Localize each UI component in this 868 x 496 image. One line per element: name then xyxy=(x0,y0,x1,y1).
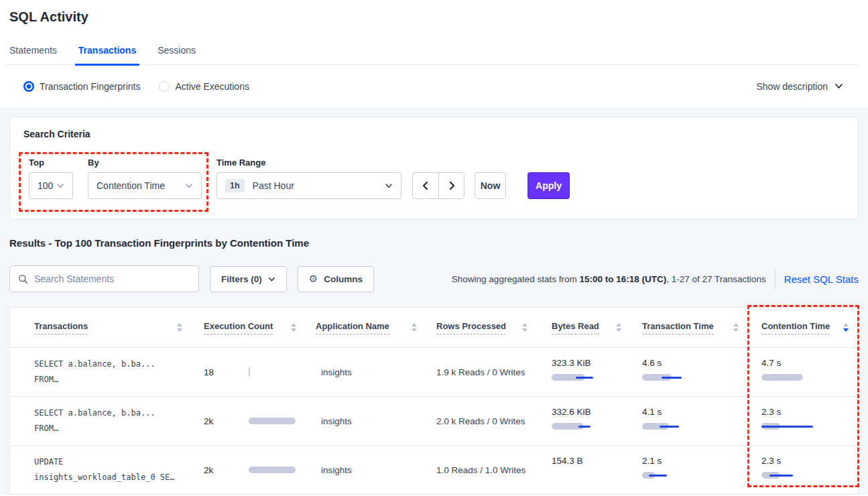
bytes-read-cell: 154.3 B xyxy=(537,446,631,479)
stats-suffix: , 1-27 of 27 Transactions xyxy=(666,274,766,284)
tab-bar: Statements Transactions Sessions xyxy=(6,40,859,65)
transaction-fingerprint-link[interactable]: SELECT a.balance, b.ba... FROM… xyxy=(10,357,192,387)
sql-line: UPDATE xyxy=(34,454,192,470)
application-name-cell: insights xyxy=(306,416,426,426)
aggregated-stats-text: Showing aggregated stats from 15:00 to 1… xyxy=(452,274,766,284)
application-name-cell: insights xyxy=(306,465,426,475)
filters-button[interactable]: Filters (0) xyxy=(210,266,287,292)
radio-label: Transaction Fingerprints xyxy=(40,81,140,92)
radio-label: Active Executions xyxy=(175,81,249,92)
col-header-rows-processed[interactable]: Rows Processed xyxy=(426,321,537,334)
gear-icon: ⚙ xyxy=(309,274,318,284)
sort-icon[interactable] xyxy=(291,323,296,332)
sql-line: FROM… xyxy=(34,372,192,387)
now-button[interactable]: Now xyxy=(475,172,506,199)
transaction-time-bar xyxy=(642,422,709,430)
table-row: UPDATE insights_workload_table_0 SE… 2k … xyxy=(10,446,858,495)
stats-time-range: 15:00 to 16:18 (UTC) xyxy=(579,274,666,284)
sort-icon[interactable] xyxy=(177,323,182,332)
rows-processed-cell: 1.9 k Reads / 0 Writes xyxy=(426,367,537,377)
transactions-table: Transactions Execution Count Application… xyxy=(9,307,859,495)
time-range-pager xyxy=(412,172,464,199)
col-header-label[interactable]: Transaction Time xyxy=(642,321,714,334)
transaction-fingerprint-link[interactable]: SELECT a.balance, b.ba... FROM… xyxy=(10,406,192,436)
transaction-fingerprint-link[interactable]: UPDATE insights_workload_table_0 SE… xyxy=(10,454,192,485)
transaction-time-value: 4.1 s xyxy=(642,407,748,417)
bytes-read-cell: 323.3 KiB xyxy=(537,348,631,381)
rows-processed-cell: 1.0 Reads / 1.0 Writes xyxy=(426,465,537,475)
sort-icon-active-desc[interactable] xyxy=(843,323,849,332)
top-select-value: 100 xyxy=(38,180,56,191)
bytes-read-bar xyxy=(552,471,619,479)
execution-count-cell: 18 xyxy=(192,367,306,377)
rows-processed-cell: 2.0 k Reads / 0 Writes xyxy=(426,416,537,426)
contention-time-value: 4.7 s xyxy=(761,358,858,368)
col-header-label[interactable]: Application Name xyxy=(316,321,389,334)
filters-label: Filters (0) xyxy=(221,274,262,284)
radio-selected-icon xyxy=(23,81,34,92)
reset-sql-stats-link[interactable]: Reset SQL Stats xyxy=(784,273,859,285)
col-header-label[interactable]: Rows Processed xyxy=(436,321,506,334)
tab-transactions[interactable]: Transactions xyxy=(75,40,139,66)
table-row: SELECT a.balance, b.ba... FROM… 18 insig… xyxy=(10,348,858,397)
top-select[interactable]: 100 xyxy=(29,172,73,199)
chevron-down-icon xyxy=(56,182,64,190)
col-header-transactions[interactable]: Transactions xyxy=(10,321,192,334)
previous-time-button[interactable] xyxy=(413,173,438,198)
chevron-down-icon xyxy=(385,182,393,190)
bytes-read-value: 323.3 KiB xyxy=(552,358,631,368)
results-toolbar: Filters (0) ⚙ Columns Showing aggregated… xyxy=(9,265,859,292)
columns-button[interactable]: ⚙ Columns xyxy=(298,266,374,292)
time-range-select[interactable]: 1h Past Hour xyxy=(216,172,401,199)
execution-count-bar xyxy=(249,368,306,376)
time-range-value: Past Hour xyxy=(253,180,385,191)
col-header-transaction-time[interactable]: Transaction Time xyxy=(631,321,748,334)
col-header-label[interactable]: Bytes Read xyxy=(552,321,599,334)
time-range-label: Time Range xyxy=(216,158,401,168)
search-statements-input[interactable] xyxy=(34,273,190,284)
col-header-label[interactable]: Execution Count xyxy=(204,321,273,334)
radio-active-executions[interactable]: Active Executions xyxy=(159,81,249,92)
contention-time-bar xyxy=(761,373,828,381)
top-field: Top 100 xyxy=(29,158,73,199)
chevron-down-icon xyxy=(268,275,275,283)
sort-icon[interactable] xyxy=(733,323,739,332)
execution-count-cell: 2k xyxy=(192,416,306,426)
apply-button[interactable]: Apply xyxy=(528,172,570,199)
by-select-value: Contention Time xyxy=(97,180,185,191)
radio-transaction-fingerprints[interactable]: Transaction Fingerprints xyxy=(23,81,140,92)
execution-count-cell: 2k xyxy=(192,465,306,475)
columns-label: Columns xyxy=(324,274,363,284)
sort-icon[interactable] xyxy=(522,323,528,332)
by-select[interactable]: Contention Time xyxy=(88,172,202,199)
col-header-label[interactable]: Contention Time xyxy=(761,321,830,334)
page-header: SQL Activity Statements Transactions Ses… xyxy=(0,0,868,65)
sort-icon[interactable] xyxy=(616,323,621,332)
time-range-badge: 1h xyxy=(225,179,245,192)
col-header-contention-time[interactable]: Contention Time xyxy=(748,321,858,334)
tab-statements[interactable]: Statements xyxy=(6,40,60,64)
transaction-time-bar xyxy=(642,373,709,381)
bytes-read-bar xyxy=(552,422,619,430)
main-content: Search Criteria Top 100 By Contention Ti… xyxy=(0,108,868,495)
bytes-read-bar xyxy=(552,373,619,381)
contention-time-bar xyxy=(761,471,828,479)
application-name-cell: insights xyxy=(306,367,426,377)
tab-sessions[interactable]: Sessions xyxy=(154,40,199,64)
table-row: SELECT a.balance, b.ba... FROM… 2k insig… xyxy=(10,397,858,446)
col-header-execution-count[interactable]: Execution Count xyxy=(192,321,306,334)
stats-prefix: Showing aggregated stats from xyxy=(452,274,580,284)
transaction-time-cell: 4.6 s xyxy=(631,348,748,381)
search-criteria-card: Search Criteria Top 100 By Contention Ti… xyxy=(9,117,859,220)
toolbar-divider xyxy=(775,269,776,289)
view-toggle-bar: Transaction Fingerprints Active Executio… xyxy=(0,65,868,108)
transaction-time-cell: 4.1 s xyxy=(631,397,748,430)
col-header-bytes-read[interactable]: Bytes Read xyxy=(537,321,631,334)
transaction-time-value: 4.6 s xyxy=(642,358,748,368)
show-description-toggle[interactable]: Show description xyxy=(756,81,844,92)
next-time-button[interactable] xyxy=(438,173,464,198)
col-header-application-name[interactable]: Application Name xyxy=(306,321,426,334)
col-header-label[interactable]: Transactions xyxy=(34,321,88,334)
execution-count-value: 2k xyxy=(204,416,249,426)
sort-icon[interactable] xyxy=(412,323,417,332)
